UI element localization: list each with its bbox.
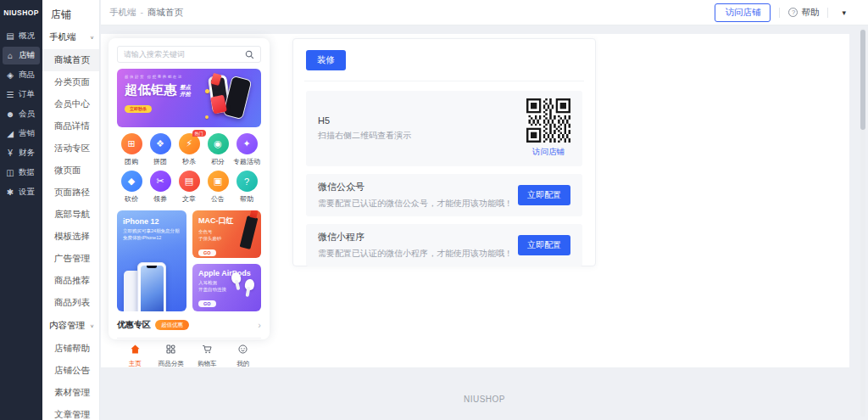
- sidebar-item-label: 会员: [19, 109, 35, 120]
- feature-help[interactable]: ?帮助: [232, 171, 261, 204]
- promo-cards: iPhone 12 立即购买可享24期免息分期免费体验iPhone12 MAC-…: [117, 210, 261, 311]
- feature-group-buy[interactable]: ⊞团购: [117, 133, 146, 166]
- h5-desc: 扫描右侧二维码查看演示: [318, 130, 411, 142]
- help-button[interactable]: ? 帮助: [788, 7, 819, 19]
- iphone-image: [137, 262, 166, 311]
- deal-section-header[interactable]: 优惠专区 超值优惠 ›: [117, 319, 261, 331]
- sidebar-item-marketing[interactable]: ◢营销: [3, 125, 40, 143]
- subnav-item-material-manage[interactable]: 素材管理: [42, 382, 99, 404]
- sidebar-item-settings[interactable]: ✱设置: [3, 183, 40, 201]
- feature-notice[interactable]: ▣公告: [203, 171, 232, 204]
- tab-home[interactable]: 主页: [117, 343, 153, 368]
- feature-grid: ⊞团购❖拼团⚡热门秒杀◉积分✦专题活动◆砍价✂领券▤文章▣公告?帮助: [117, 133, 261, 204]
- feature-label: 团购: [125, 157, 138, 166]
- chevron-down-icon: ∨: [90, 323, 94, 328]
- sidebar-item-overview[interactable]: ▤概况: [3, 27, 40, 45]
- tab-category[interactable]: 商品分类: [153, 343, 190, 368]
- feature-topics[interactable]: ✦专题活动: [232, 133, 261, 166]
- bargain-icon: ◆: [121, 171, 142, 192]
- sidebar-item-data[interactable]: ◫数据: [3, 164, 40, 182]
- promo-lipstick[interactable]: MAC-口红 全色号子弹头磨砂 GO: [192, 210, 261, 258]
- decorate-button[interactable]: 装修: [306, 50, 346, 70]
- orders-icon: ☰: [5, 91, 15, 99]
- topics-icon: ✦: [236, 133, 258, 154]
- feature-label: 公告: [211, 194, 225, 204]
- subnav-item-goods-list[interactable]: 商品列表: [42, 292, 99, 314]
- sidebar-item-store[interactable]: ⌂店铺: [3, 47, 40, 64]
- search-placeholder: 请输入搜索关键词: [124, 49, 185, 60]
- subnav-item-template-select[interactable]: 模板选择: [42, 226, 99, 248]
- configure-mini-button[interactable]: 立即配置: [518, 235, 570, 255]
- scrollbar[interactable]: [860, 28, 865, 417]
- subnav-item-ad-manage[interactable]: 广告管理: [42, 248, 99, 270]
- promo-banner[interactable]: 超值好货 你想要的都在这 超低钜惠 整点 开抢 立即秒杀: [117, 69, 261, 127]
- subnav-item-member-center[interactable]: 会员中心: [42, 93, 99, 115]
- search-input[interactable]: 请输入搜索关键词: [117, 46, 261, 63]
- feature-label: 秒杀: [182, 157, 196, 166]
- pin-tuan-icon: ❖: [150, 133, 171, 154]
- footer-brand: NIUSHOP: [101, 395, 868, 404]
- subnav-item-activity-zone[interactable]: 活动专区: [42, 137, 99, 160]
- subnav-item-category-page[interactable]: 分类页面: [42, 71, 99, 93]
- feature-seckill[interactable]: ⚡热门秒杀: [175, 133, 203, 166]
- banner-title: 超低钜惠: [125, 82, 177, 98]
- visit-store-link[interactable]: 访问店铺: [532, 147, 565, 158]
- promo-iphone[interactable]: iPhone 12 立即购买可享24期免息分期免费体验iPhone12: [117, 210, 186, 311]
- coin-image: [205, 115, 209, 119]
- search-icon: [245, 50, 254, 59]
- app-root: NIUSHOP ▤概况⌂店铺◈商品☰订单☻会员◢营销¥财务◫数据✱设置 店铺 手…: [0, 0, 868, 420]
- chevron-right-icon: ›: [258, 320, 261, 330]
- group-buy-icon: ⊞: [121, 133, 142, 154]
- subnav-item-bottom-nav[interactable]: 底部导航: [42, 204, 99, 226]
- banner-badge: 立即秒杀: [125, 105, 152, 113]
- subnav-item-goods-recommend[interactable]: 商品推荐: [42, 270, 99, 292]
- subnav-item-store-notice[interactable]: 店铺公告: [42, 360, 99, 382]
- qr-code-image: [526, 98, 570, 143]
- content-area: 请输入搜索关键词 超值好货 你想要的都在这 超低钜惠 整点 开抢 立即秒杀: [101, 34, 868, 420]
- scrollbar-thumb[interactable]: [860, 30, 865, 130]
- configure-official-button[interactable]: 立即配置: [518, 185, 570, 205]
- subnav-item-article-manage[interactable]: 文章管理: [42, 404, 99, 420]
- main-area: 手机端-商城首页 访问店铺 ? 帮助 ▾ 请输入搜索关键词: [101, 0, 868, 420]
- finance-icon: ¥: [5, 149, 15, 158]
- feature-points[interactable]: ◉积分: [203, 133, 232, 166]
- subnav-item-page-path[interactable]: 页面路径: [42, 182, 99, 204]
- feature-bargain[interactable]: ◆砍价: [117, 171, 146, 204]
- go-button[interactable]: GO: [198, 300, 216, 307]
- tab-cart[interactable]: 购物车: [189, 343, 225, 368]
- feature-coupons[interactable]: ✂领券: [146, 171, 175, 204]
- feature-label: 拼团: [153, 157, 167, 166]
- subnav-group-content-manage[interactable]: 内容管理∨: [42, 314, 99, 338]
- sidebar-item-goods[interactable]: ◈商品: [3, 66, 40, 84]
- tab-mine[interactable]: 我的: [225, 343, 262, 368]
- subnav-item-goods-detail[interactable]: 商品详情: [42, 115, 99, 137]
- go-button[interactable]: GO: [198, 249, 216, 256]
- wechat-mini-section: 微信小程序 需要配置已认证的微信小程序，才能使用该功能哦！ 立即配置: [306, 224, 582, 266]
- subnav-item-micro-page[interactable]: 微页面: [42, 160, 99, 182]
- cart-icon: [202, 343, 213, 358]
- sidebar-item-finance[interactable]: ¥财务: [3, 144, 40, 162]
- sidebar-item-members[interactable]: ☻会员: [3, 105, 40, 123]
- banner-subtitle: 整点 开抢: [180, 84, 191, 98]
- goods-icon: ◈: [5, 71, 15, 80]
- subnav-group-mobile[interactable]: 手机端∨: [42, 25, 99, 49]
- deal-title: 优惠专区: [117, 319, 151, 331]
- secondary-nav: 手机端∨商城首页分类页面会员中心商品详情活动专区微页面页面路径底部导航模板选择广…: [42, 25, 99, 420]
- sidebar-item-label: 设置: [19, 187, 35, 198]
- visit-store-button[interactable]: 访问店铺: [715, 3, 771, 22]
- subnav-item-store-help[interactable]: 店铺帮助: [42, 338, 99, 360]
- points-icon: ◉: [208, 133, 229, 154]
- sidebar-item-label: 财务: [19, 148, 35, 159]
- sidebar-item-orders[interactable]: ☰订单: [3, 86, 40, 104]
- members-icon: ☻: [5, 110, 15, 119]
- user-menu-caret-icon[interactable]: ▾: [837, 8, 851, 17]
- subnav-item-mall-home[interactable]: 商城首页: [42, 49, 99, 71]
- feature-articles[interactable]: ▤文章: [175, 171, 203, 204]
- coin-image: [205, 89, 209, 93]
- help-icon: ?: [788, 8, 798, 17]
- overview-icon: ▤: [5, 32, 15, 41]
- promo-airpods[interactable]: Apple AirPods 入耳检测开盖自动连接 GO: [192, 264, 261, 311]
- feature-pin-tuan[interactable]: ❖拼团: [146, 133, 175, 166]
- phone-tabbar: 主页商品分类购物车我的: [117, 338, 261, 368]
- feature-label: 专题活动: [233, 157, 260, 166]
